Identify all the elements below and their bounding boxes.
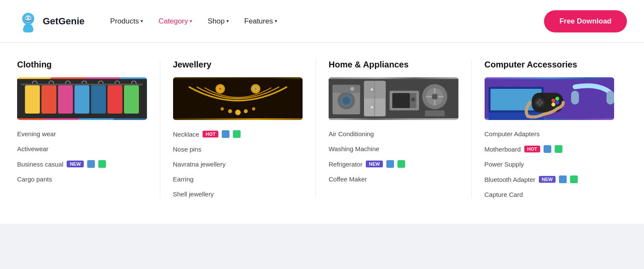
appliances-title: Home & Appliances [329, 60, 459, 70]
list-item[interactable]: Cargo pants [17, 175, 147, 183]
list-item[interactable]: Coffee Maker [329, 175, 459, 183]
list-item[interactable]: Nose pins [173, 146, 303, 153]
svg-point-60 [536, 101, 539, 104]
svg-rect-10 [41, 85, 56, 114]
list-item[interactable]: Navratna jewellery [173, 161, 303, 168]
category-computer-accessories: Computer Accessories [472, 60, 627, 198]
svg-rect-66 [571, 91, 579, 105]
computer-title: Computer Accessories [485, 60, 615, 70]
clothing-image [17, 77, 147, 120]
blue-tag [222, 130, 229, 138]
list-item[interactable]: Evening wear [17, 130, 147, 137]
svg-rect-41 [392, 93, 410, 108]
svg-point-38 [371, 88, 373, 91]
category-menu: Clothing [0, 43, 644, 224]
logo-icon [17, 10, 39, 32]
clothing-items: Evening wear Activewear Business casual … [17, 130, 147, 183]
list-item[interactable]: Washing Machine [329, 145, 459, 152]
blue-tag [87, 160, 95, 168]
chevron-down-icon: ▾ [226, 18, 229, 24]
category-jewellery: Jewellery [160, 60, 316, 198]
chevron-down-icon: ▾ [141, 18, 143, 24]
logo-text: GetGenie [43, 16, 85, 27]
svg-rect-8 [21, 84, 143, 85]
svg-rect-14 [108, 85, 123, 114]
list-item[interactable]: Shell jewellery [173, 190, 303, 198]
svg-rect-12 [74, 85, 89, 114]
jewellery-items: Necklace HOT Nose pins Navratna jeweller… [173, 130, 303, 198]
svg-point-4 [26, 17, 27, 18]
green-tag [98, 160, 106, 168]
svg-rect-13 [91, 85, 106, 114]
svg-point-57 [535, 98, 544, 107]
svg-point-61 [540, 101, 543, 104]
svg-point-65 [551, 102, 555, 106]
blue-tag [559, 175, 567, 183]
green-tag [570, 175, 578, 183]
blue-tag [386, 160, 394, 168]
svg-rect-33 [332, 85, 360, 93]
svg-point-43 [411, 97, 415, 101]
svg-point-39 [371, 106, 373, 108]
category-home-appliances: Home & Appliances [316, 60, 472, 198]
main-nav: Products ▾ Category ▾ Shop ▾ Features ▾ [110, 17, 544, 26]
green-tag [555, 145, 562, 153]
category-clothing: Clothing [17, 60, 160, 198]
svg-rect-51 [425, 111, 444, 117]
nav-category[interactable]: Category ▾ [159, 17, 192, 26]
list-item[interactable]: Capture Card [485, 191, 615, 198]
list-item[interactable]: Activewear [17, 145, 147, 152]
svg-rect-11 [58, 85, 73, 114]
svg-point-62 [551, 99, 555, 102]
svg-point-46 [432, 94, 438, 100]
nav-products[interactable]: Products ▾ [110, 17, 143, 26]
svg-point-64 [555, 101, 559, 105]
nav-features[interactable]: Features ▾ [244, 17, 277, 26]
free-download-button[interactable]: Free Download [544, 10, 627, 32]
new-badge: NEW [366, 161, 383, 167]
svg-point-34 [350, 87, 354, 91]
svg-point-18 [228, 109, 232, 113]
nav-features-label: Features [244, 17, 273, 26]
green-tag [397, 160, 405, 168]
svg-point-17 [235, 110, 241, 115]
appliances-items: Air Conditioning Washing Machine Refrige… [329, 130, 459, 183]
logo[interactable]: GetGenie [17, 10, 85, 32]
list-item[interactable]: Air Conditioning [329, 130, 459, 137]
svg-point-21 [252, 107, 255, 110]
svg-point-63 [555, 96, 559, 100]
svg-point-5 [29, 17, 31, 18]
jewellery-image [173, 77, 303, 120]
svg-point-58 [538, 99, 541, 102]
clothing-title: Clothing [17, 60, 147, 70]
jewellery-title: Jewellery [173, 60, 303, 70]
svg-point-59 [538, 103, 541, 106]
computer-image [485, 77, 615, 120]
nav-shop-label: Shop [208, 17, 225, 26]
new-badge: NEW [539, 176, 556, 183]
list-item[interactable]: Earring [173, 175, 303, 183]
svg-point-26 [219, 88, 221, 90]
computer-items: Computer Adapters Motherboard HOT Power … [485, 130, 615, 198]
svg-point-19 [244, 109, 247, 113]
nav-products-label: Products [110, 17, 139, 26]
nav-shop[interactable]: Shop ▾ [208, 17, 229, 26]
list-item[interactable]: Power Supply [485, 161, 615, 168]
svg-rect-67 [606, 91, 614, 105]
appliances-image [329, 77, 459, 120]
nav-category-label: Category [159, 17, 188, 26]
list-item[interactable]: Computer Adapters [485, 130, 615, 137]
list-item[interactable]: Refrigerator NEW [329, 160, 459, 168]
green-tag [233, 130, 241, 138]
list-item[interactable]: Bluetooth Adapter NEW [485, 175, 615, 183]
list-item[interactable]: Motherboard HOT [485, 145, 615, 153]
svg-rect-9 [25, 85, 40, 114]
list-item[interactable]: Business casual NEW [17, 160, 147, 168]
list-item[interactable]: Necklace HOT [173, 130, 303, 138]
svg-point-32 [342, 96, 350, 104]
svg-rect-15 [124, 85, 139, 114]
chevron-down-icon: ▾ [190, 18, 192, 24]
svg-point-27 [254, 88, 257, 90]
svg-point-20 [221, 107, 223, 110]
chevron-down-icon: ▾ [275, 18, 277, 24]
